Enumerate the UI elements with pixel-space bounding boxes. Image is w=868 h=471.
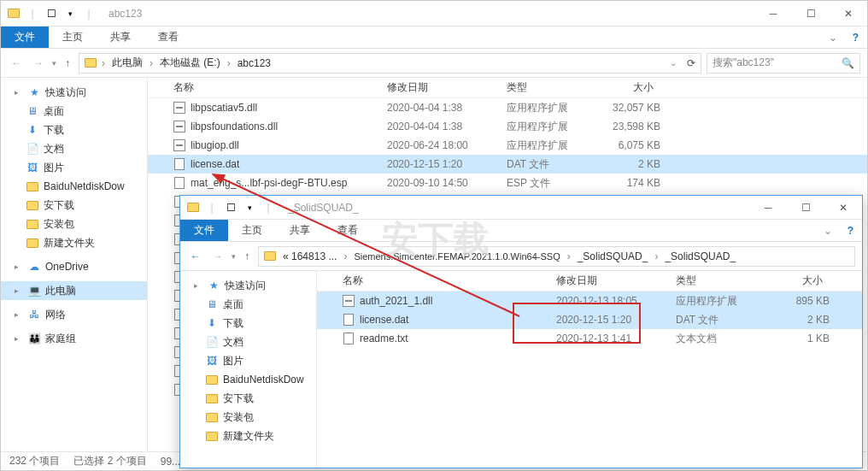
nav-recent-dropdown[interactable]: ▾ (232, 252, 236, 261)
expand-chevron-icon[interactable]: ▸ (15, 310, 23, 319)
nav-item[interactable]: 📄文档 (1, 139, 147, 158)
col-name[interactable]: 名称 (343, 274, 556, 288)
close-button[interactable]: ✕ (830, 1, 867, 26)
nav-icon: 📄 (26, 143, 38, 155)
nav-item[interactable]: BaiduNetdiskDow (180, 370, 316, 389)
file-row[interactable]: libugiop.dll2020-06-24 18:00应用程序扩展6,075 … (148, 136, 867, 155)
expand-chevron-icon[interactable]: ▸ (194, 281, 202, 290)
nav-item[interactable]: 🖥桌面 (180, 295, 316, 314)
file-row[interactable]: license.dat2020-12-15 1:20DAT 文件2 KB (317, 310, 862, 329)
nav-item[interactable]: 安装包 (180, 408, 316, 427)
col-type[interactable]: 类型 (507, 80, 601, 95)
nav-up-button[interactable]: ↑ (62, 57, 73, 69)
column-headers[interactable]: 名称 修改日期 类型 大小 (148, 78, 867, 98)
expand-chevron-icon[interactable]: ▸ (15, 262, 23, 271)
addr-dropdown-icon[interactable]: ⌄ (670, 58, 677, 68)
nav-item[interactable]: 🖼图片 (1, 158, 147, 177)
tab-view[interactable]: 查看 (144, 26, 192, 48)
address-bar[interactable]: › 此电脑 › 本地磁盘 (E:) › abc123 ⌄ ⟳ (79, 53, 701, 74)
file-name: libpscatiav5.dll (187, 102, 387, 114)
breadcrumb-segment[interactable]: _SolidSQUAD_ (663, 250, 737, 262)
breadcrumb-segment[interactable]: Siemens.Simcenter.FEMAP.2021.1.0.Win64-S… (352, 251, 561, 262)
nav-back-button[interactable]: ← (187, 250, 204, 262)
expand-chevron-icon[interactable]: ▸ (15, 334, 23, 343)
nav-item[interactable]: ⬇下载 (180, 314, 316, 333)
nav-item[interactable]: ▸👪家庭组 (1, 329, 147, 348)
expand-chevron-icon[interactable]: ▸ (15, 88, 23, 97)
tab-file[interactable]: 文件 (1, 26, 49, 48)
tab-share[interactable]: 共享 (97, 26, 144, 48)
nav-item[interactable]: 安下载 (180, 389, 316, 408)
nav-item[interactable]: ▸★快速访问 (180, 276, 316, 295)
nav-item[interactable]: ▸🖧网络 (1, 305, 147, 324)
file-icon (172, 121, 187, 132)
minimize-button[interactable]: ─ (749, 195, 787, 221)
nav-item[interactable]: 🖼图片 (180, 351, 316, 370)
tab-view[interactable]: 查看 (324, 220, 372, 241)
tab-share[interactable]: 共享 (276, 220, 324, 241)
file-date: 2020-04-04 1:38 (387, 121, 507, 132)
overlay-address-bar[interactable]: « 164813 ... › Siemens.Simcenter.FEMAP.2… (258, 246, 855, 267)
col-date[interactable]: 修改日期 (387, 80, 507, 95)
breadcrumb-segment[interactable]: _SolidSQUAD_ (576, 250, 650, 262)
ribbon-expand-icon[interactable]: ⌄ (817, 225, 839, 237)
addr-refresh-icon[interactable]: ⟳ (682, 57, 695, 69)
file-row[interactable]: libpscatiav5.dll2020-04-04 1:38应用程序扩展32,… (148, 98, 867, 117)
nav-forward-button[interactable]: → (209, 250, 226, 262)
search-icon[interactable]: 🔍 (842, 57, 854, 69)
nav-label: 网络 (45, 308, 66, 322)
nav-item[interactable]: 🖥桌面 (1, 102, 147, 121)
nav-recent-dropdown[interactable]: ▾ (52, 59, 56, 68)
file-name: libugiop.dll (187, 139, 387, 151)
nav-item[interactable]: 新建文件夹 (1, 233, 147, 252)
file-row[interactable]: auth_2021_1.dll2020-12-13 18:05应用程序扩展895… (317, 291, 862, 310)
nav-forward-button[interactable]: → (30, 57, 47, 69)
nav-up-button[interactable]: ↑ (241, 250, 253, 262)
col-size[interactable]: 大小 (601, 80, 669, 95)
nav-item[interactable]: ▸💻此电脑 (1, 281, 147, 300)
nav-item[interactable]: ▸★快速访问 (1, 83, 147, 102)
expand-chevron-icon[interactable]: ▸ (15, 286, 23, 295)
maximize-button[interactable]: ☐ (792, 1, 830, 26)
qat-dropdown-icon[interactable]: ▾ (242, 200, 257, 215)
properties-icon[interactable]: ☐ (44, 6, 59, 21)
file-row[interactable]: license.dat2020-12-15 1:20DAT 文件2 KB (148, 155, 867, 174)
nav-icon (206, 411, 218, 423)
nav-item[interactable]: BaiduNetdiskDow (1, 177, 147, 196)
file-row[interactable]: readme.txt2020-12-13 1:41文本文档1 KB (317, 329, 862, 348)
nav-item[interactable]: 新建文件夹 (180, 427, 316, 445)
breadcrumb-segment[interactable]: abc123 (236, 57, 273, 69)
help-icon[interactable]: ? (844, 32, 867, 44)
ribbon-expand-icon[interactable]: ⌄ (822, 32, 844, 44)
nav-item[interactable]: 安装包 (1, 215, 147, 233)
nav-item[interactable]: ▸☁OneDrive (1, 257, 147, 276)
file-row[interactable]: mat_eng_s...lbf-psi-degF-BTU.esp2020-09-… (148, 174, 867, 192)
breadcrumb-segment[interactable]: 此电脑 (110, 56, 144, 70)
search-box[interactable]: 搜索"abc123" 🔍 (707, 53, 860, 74)
nav-item[interactable]: 安下载 (1, 196, 147, 215)
file-row[interactable]: libpsfoundations.dll2020-04-04 1:38应用程序扩… (148, 117, 867, 136)
breadcrumb-segment[interactable]: « 164813 ... (281, 250, 338, 262)
col-date[interactable]: 修改日期 (556, 274, 676, 288)
nav-item[interactable]: ⬇下载 (1, 121, 147, 139)
nav-label: 桌面 (44, 104, 64, 119)
tab-home[interactable]: 主页 (228, 220, 276, 241)
col-type[interactable]: 类型 (676, 274, 770, 288)
col-name[interactable]: 名称 (173, 80, 387, 95)
tab-home[interactable]: 主页 (49, 26, 97, 48)
qat-dropdown-icon[interactable]: ▾ (62, 6, 78, 21)
minimize-button[interactable]: ─ (754, 1, 792, 26)
properties-icon[interactable]: ☐ (223, 200, 238, 215)
help-icon[interactable]: ? (839, 225, 862, 237)
file-icon (341, 314, 356, 326)
nav-back-button[interactable]: ← (8, 57, 25, 69)
overlay-column-headers[interactable]: 名称 修改日期 类型 大小 (317, 271, 862, 291)
nav-item[interactable]: 📄文档 (180, 333, 316, 351)
close-button[interactable]: ✕ (824, 195, 862, 221)
breadcrumb-segment[interactable]: 本地磁盘 (E:) (158, 56, 222, 70)
tab-file[interactable]: 文件 (180, 220, 228, 241)
maximize-button[interactable]: ☐ (787, 195, 824, 221)
file-icon (172, 158, 187, 170)
overlay-file-list[interactable]: auth_2021_1.dll2020-12-13 18:05应用程序扩展895… (317, 291, 862, 468)
col-size[interactable]: 大小 (770, 274, 838, 288)
